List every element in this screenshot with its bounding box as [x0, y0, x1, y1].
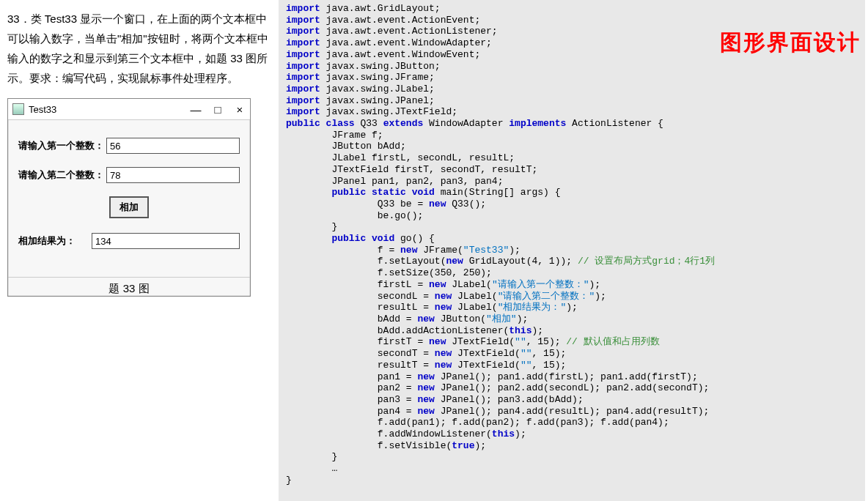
code-block: import java.awt.GridLayout; import java.… — [279, 0, 865, 501]
titlebar: Test33 — □ × — [8, 99, 250, 120]
figure-caption: 题 33 图 — [8, 277, 250, 296]
close-icon[interactable]: × — [234, 103, 246, 116]
problem-statement: 33．类 Test33 显示一个窗口，在上面的两个文本框中可以输入数字，当单击"… — [7, 9, 271, 88]
mock-window: Test33 — □ × 请输入第一个整数： 请输入第二个整数： 相加 相加结果… — [7, 98, 251, 297]
label-result: 相加结果为： — [18, 234, 92, 248]
minimize-icon[interactable]: — — [190, 103, 202, 116]
problem-body: 类 Test33 显示一个窗口，在上面的两个文本框中可以输入数字，当单击"相加"… — [7, 12, 268, 84]
add-button[interactable]: 相加 — [109, 196, 149, 218]
input-result[interactable] — [92, 233, 240, 249]
java-icon — [12, 103, 24, 115]
overlay-title: 图形界面设计 — [720, 28, 861, 58]
label-first: 请输入第一个整数： — [18, 139, 106, 152]
maximize-icon[interactable]: □ — [212, 103, 224, 116]
window-title: Test33 — [29, 104, 190, 115]
problem-number: 33． — [7, 12, 31, 25]
input-second[interactable] — [106, 167, 240, 183]
input-first[interactable] — [106, 138, 240, 154]
label-second: 请输入第二个整数： — [18, 168, 106, 182]
